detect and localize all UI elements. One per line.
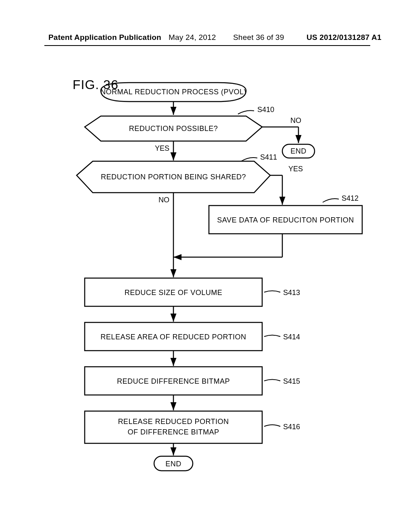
process-s416-text2: OF DIFFERENCE BITMAP	[127, 428, 219, 436]
decision-s411-text: REDUCTION PORTION BEING SHARED?	[101, 173, 246, 181]
label-s410: S410	[257, 106, 274, 114]
label-s415: S415	[283, 377, 300, 385]
label-connector	[323, 199, 339, 202]
label-s416: S416	[283, 423, 300, 431]
flow-start: NORMAL REDUCTION PROCESS (PVOL)	[100, 83, 246, 102]
label-s411: S411	[260, 153, 277, 161]
flowchart: NORMAL REDUCTION PROCESS (PVOL) REDUCTIO…	[48, 81, 371, 508]
label-connector	[238, 110, 254, 114]
process-s412: SAVE DATA OF REDUCITON PORTION	[209, 206, 362, 234]
process-s416-text1: RELEASE REDUCED PORTION	[118, 418, 229, 426]
process-s416: RELEASE REDUCED PORTION OF DIFFERENCE BI…	[85, 411, 262, 443]
decision-s410-text: REDUCTION POSSIBLE?	[129, 125, 218, 133]
branch-yes: YES	[155, 144, 169, 152]
label-s412: S412	[342, 194, 359, 202]
flow-end-text: END	[165, 460, 181, 468]
header-rule	[44, 45, 370, 46]
flow-end-top: END	[282, 144, 315, 158]
header-sheet: Sheet 36 of 39	[233, 33, 284, 42]
decision-s410: REDUCTION POSSIBLE?	[85, 116, 262, 141]
label-connector	[241, 158, 257, 161]
label-connector	[264, 335, 280, 337]
branch-no: NO	[290, 116, 301, 125]
process-s413: REDUCE SIZE OF VOLUME	[85, 278, 262, 306]
header-publication-type: Patent Application Publication	[48, 33, 161, 42]
label-s414: S414	[283, 333, 300, 341]
header-pub-number: US 2012/0131287 A1	[307, 33, 382, 42]
flow-end-top-text: END	[290, 147, 307, 155]
label-connector	[264, 291, 280, 293]
flow-end: END	[154, 456, 193, 471]
branch-no: NO	[159, 196, 169, 204]
process-s415: REDUCE DIFFERENCE BITMAP	[85, 367, 262, 395]
label-s413: S413	[283, 289, 300, 297]
process-s413-text: REDUCE SIZE OF VOLUME	[125, 289, 223, 297]
decision-s411: REDUCTION PORTION BEING SHARED?	[77, 161, 270, 193]
page-header: Patent Application Publication May 24, 2…	[0, 33, 413, 45]
process-s414: RELEASE AREA OF REDUCED PORTION	[85, 322, 262, 351]
svg-rect-5	[85, 411, 262, 443]
process-s412-text: SAVE DATA OF REDUCITON PORTION	[217, 216, 354, 224]
process-s414-text: RELEASE AREA OF REDUCED PORTION	[100, 333, 246, 341]
label-connector	[264, 425, 280, 426]
flow-start-text: NORMAL REDUCTION PROCESS (PVOL)	[100, 88, 246, 96]
label-connector	[264, 380, 280, 381]
process-s415-text: REDUCE DIFFERENCE BITMAP	[117, 377, 230, 385]
branch-yes: YES	[288, 165, 303, 173]
header-date: May 24, 2012	[169, 33, 216, 42]
